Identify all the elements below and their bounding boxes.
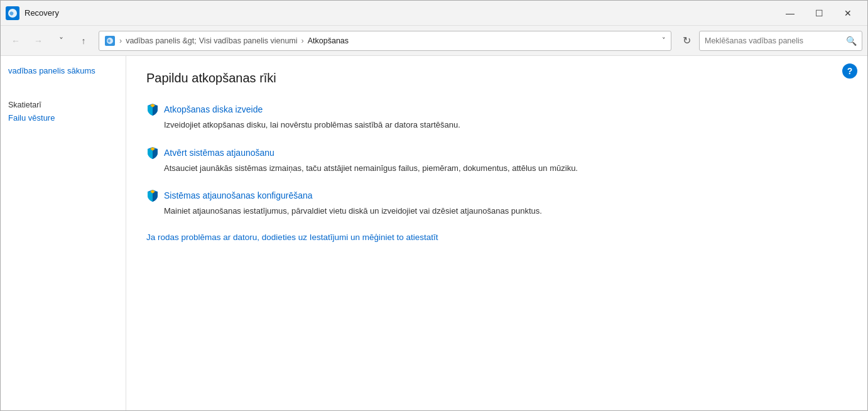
maximize-button[interactable]: ☐ <box>805 3 833 23</box>
item-2-header: Atvērt sistēmas atjaunošanu <box>146 146 847 159</box>
content-area: ? Papildu atkopšanas rīki Atkopšanas dis… <box>126 56 867 410</box>
breadcrumb-sep1: › <box>119 36 122 45</box>
address-bar[interactable]: › vadības panelis &gt; Visi vadības pane… <box>99 31 671 51</box>
close-button[interactable]: ✕ <box>833 3 862 23</box>
window-controls: — ☐ ✕ <box>776 3 862 23</box>
shield-icon-3 <box>146 189 159 202</box>
shield-icon-1 <box>146 103 159 116</box>
item-1-desc: Izveidojiet atkopšanas disku, lai novērs… <box>164 119 847 131</box>
address-dropdown-icon[interactable]: ˅ <box>662 36 666 45</box>
search-bar: 🔍 <box>699 31 862 51</box>
sidebar-see-also-label: Skatietarī <box>8 101 118 109</box>
up-button[interactable]: ↑ <box>73 31 94 51</box>
window-title: Recovery <box>24 8 776 18</box>
breadcrumb-1: vadības panelis &gt; <box>126 36 197 45</box>
item-3-header: Sistēmas atjaunošanas konfigurēšana <box>146 189 847 202</box>
search-icon[interactable]: 🔍 <box>846 36 857 46</box>
help-button[interactable]: ? <box>842 63 857 79</box>
breadcrumb-current: Atkopšanas <box>308 36 349 45</box>
navigation-bar: ← → ˅ ↑ › vadības panelis &gt; Visi vadī… <box>1 26 867 56</box>
item-1-link[interactable]: Atkopšanas diska izveide <box>164 104 263 114</box>
sidebar: vadības panelis sākums Skatietarī Failu … <box>1 56 126 410</box>
dropdown-button[interactable]: ˅ <box>51 31 71 51</box>
title-bar: Recovery — ☐ ✕ <box>1 1 867 26</box>
breadcrumb-2: Visi vadības panelis vienumi <box>199 36 298 45</box>
back-button[interactable]: ← <box>6 31 26 51</box>
breadcrumb-sep2: › <box>301 36 304 45</box>
recovery-item-2: Atvērt sistēmas atjaunošanu Atsauciet ja… <box>146 146 847 175</box>
item-3-desc: Mainiet atjaunošanas iestatījumus, pārva… <box>164 205 847 217</box>
sidebar-file-history-link[interactable]: Failu vēsture <box>8 113 118 123</box>
recovery-item-3: Sistēmas atjaunošanas konfigurēšana Main… <box>146 189 847 217</box>
main-window: Recovery — ☐ ✕ ← → ˅ ↑ › vadības panelis… <box>0 0 868 411</box>
main-layout: vadības panelis sākums Skatietarī Failu … <box>1 56 867 410</box>
forward-button[interactable]: → <box>28 31 48 51</box>
item-3-link[interactable]: Sistēmas atjaunošanas konfigurēšana <box>164 190 313 200</box>
item-2-desc: Atsauciet jaunākās sistēmas izmaiņas, ta… <box>164 162 847 175</box>
control-panel-icon <box>104 35 116 47</box>
shield-icon-2 <box>146 146 159 159</box>
sidebar-home-link[interactable]: vadības panelis sākums <box>8 66 118 75</box>
app-icon <box>6 6 19 20</box>
refresh-button[interactable]: ↻ <box>676 31 697 51</box>
minimize-button[interactable]: — <box>776 3 805 23</box>
item-2-link[interactable]: Atvērt sistēmas atjaunošanu <box>164 148 274 158</box>
search-input[interactable] <box>705 36 842 45</box>
recovery-item-1: Atkopšanas diska izveide Izveidojiet atk… <box>146 103 847 131</box>
reset-link[interactable]: Ja rodas problēmas ar datoru, dodieties … <box>146 233 847 242</box>
item-1-header: Atkopšanas diska izveide <box>146 103 847 116</box>
page-title: Papildu atkopšanas rīki <box>146 71 847 85</box>
